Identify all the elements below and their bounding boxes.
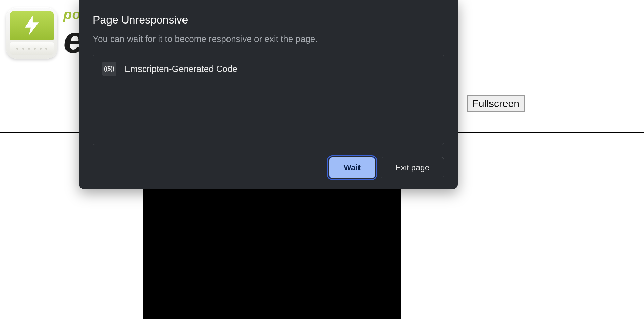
logo-tile-bottom (10, 42, 54, 55)
dialog-message: You can wait for it to become responsive… (93, 34, 444, 44)
fullscreen-button[interactable]: Fullscreen (467, 95, 525, 112)
dialog-title: Page Unresponsive (93, 14, 444, 26)
process-favicon-icon: ((5)) (102, 62, 116, 76)
process-name: Emscripten-Generated Code (125, 64, 237, 74)
logo-tile (6, 7, 57, 59)
wait-button[interactable]: Wait (329, 157, 375, 178)
logo-block: po e (6, 7, 83, 59)
dialog-actions: Wait Exit page (93, 157, 444, 178)
lightning-icon (20, 14, 44, 37)
logo-tile-top (10, 11, 54, 40)
exit-page-button[interactable]: Exit page (381, 157, 444, 178)
unresponsive-process-list: ((5)) Emscripten-Generated Code (93, 55, 444, 145)
page-unresponsive-dialog: Page Unresponsive You can wait for it to… (79, 0, 458, 189)
